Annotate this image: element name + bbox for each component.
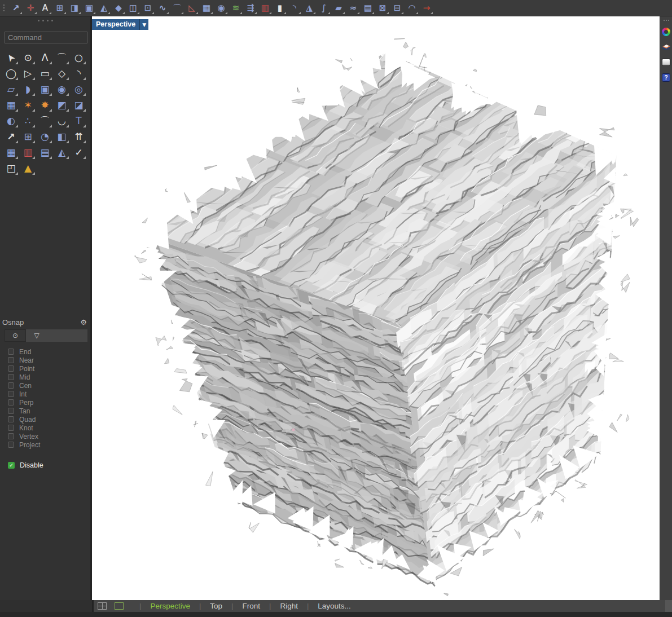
right-strip-grip[interactable] [664, 20, 669, 21]
mesh-cube-model[interactable] [92, 16, 658, 600]
group-icon[interactable]: ⊞ [52, 1, 67, 15]
move-ctrl-points-icon[interactable]: ↗ [8, 1, 23, 15]
gear-icon[interactable]: ⚙ [80, 318, 87, 327]
palette-rectangle-icon[interactable]: ▭ [37, 66, 53, 81]
gumball-icon[interactable]: ✛ [23, 1, 38, 15]
match-srf-icon[interactable]: ≈ [346, 1, 361, 15]
palette-arc-icon[interactable]: ▷ [20, 66, 36, 81]
viewport-tab-perspective[interactable]: Perspective [150, 602, 190, 610]
palette-primitives-icon[interactable]: ◰ [3, 161, 19, 176]
cplane-icon[interactable]: ◺ [185, 1, 199, 15]
osnap-near-checkbox[interactable] [8, 357, 14, 363]
four-view-icon[interactable] [98, 602, 107, 610]
osnap-tan-checkbox[interactable] [8, 408, 14, 414]
palette-pyramid-icon[interactable]: ▲ [20, 161, 36, 176]
palette-copy-icon[interactable]: ⊞ [20, 129, 36, 144]
filter-tab[interactable]: ▽ [26, 329, 47, 342]
contour-icon[interactable]: ≋ [229, 1, 243, 15]
palette-point-cloud-icon[interactable]: ∴ [20, 113, 36, 129]
palette-surface-3pt-icon[interactable]: ▱ [3, 82, 19, 97]
osnap-quad-row[interactable]: Quad [8, 415, 90, 424]
array-polar-icon[interactable]: ◉ [214, 1, 229, 15]
osnap-project-row[interactable]: Project [8, 440, 90, 449]
palette-sphere-icon[interactable]: ◉ [54, 82, 70, 97]
export-selected-icon[interactable]: → [419, 1, 434, 15]
palette-point-icon[interactable]: ⊙ [20, 50, 36, 65]
viewport-title-tab[interactable]: Perspective ▼ [92, 19, 148, 30]
offset-srf-icon[interactable]: ▤ [361, 1, 375, 15]
osnap-perp-checkbox[interactable] [8, 399, 14, 406]
drape-icon[interactable]: ◠ [405, 1, 419, 15]
help-icon[interactable]: ? [662, 73, 671, 82]
palette-offset-icon[interactable]: ▤ [37, 145, 53, 160]
patch-icon[interactable]: ◮ [302, 1, 317, 15]
mirror-icon[interactable]: ◭ [96, 1, 111, 15]
layers-icon[interactable] [662, 42, 671, 51]
osnap-vertex-checkbox[interactable] [8, 433, 14, 439]
box-icon[interactable]: ▣ [82, 1, 96, 15]
shear-icon[interactable]: ▰ [331, 1, 346, 15]
loft-icon[interactable]: ▮ [273, 1, 287, 15]
palette-curve-interpolate-icon[interactable]: ⌒ [54, 50, 70, 65]
osnap-disable-row[interactable]: ✓ Disable [8, 461, 90, 469]
palette-move-icon[interactable]: ↗ [3, 129, 19, 144]
osnap-near-row[interactable]: Near [8, 356, 90, 364]
curve-points-icon[interactable]: ∿ [155, 1, 170, 15]
array-rect-icon[interactable]: ▦ [199, 1, 214, 15]
osnap-knot-checkbox[interactable] [8, 425, 14, 431]
palette-ellipse-icon[interactable]: ◯ [3, 66, 19, 81]
osnap-end-row[interactable]: End [8, 347, 90, 356]
osnap-quad-checkbox[interactable] [8, 416, 14, 422]
handlebar-editor-icon[interactable]: ⌒ [170, 1, 185, 15]
viewport-tab-top[interactable]: Top [210, 602, 222, 610]
palette-rotate-icon[interactable]: ◔ [37, 129, 53, 144]
palette-circle-icon[interactable]: ○ [71, 50, 87, 65]
annotate-icon[interactable]: A [38, 1, 52, 15]
osnap-point-row[interactable]: Point [8, 364, 90, 373]
osnap-int-row[interactable]: Int [8, 390, 90, 398]
palette-fillet-curve-icon[interactable]: ⌒ [37, 113, 53, 129]
palette-mirror-object-icon[interactable]: ◭ [54, 145, 70, 160]
viewport-perspective[interactable]: Perspective ▼ [92, 16, 660, 600]
palette-trim-icon[interactable]: ◩ [54, 98, 70, 113]
osnap-tan-row[interactable]: Tan [8, 407, 90, 415]
palette-solid-box-icon[interactable]: ▣ [37, 82, 53, 97]
bend-icon[interactable]: ∫ [317, 1, 331, 15]
palette-boolean-icon[interactable]: ◐ [3, 113, 19, 129]
cage-icon[interactable]: ◫ [126, 1, 140, 15]
palette-fillet-corner-icon[interactable]: ◝ [71, 66, 87, 81]
palette-split-isocurve-icon[interactable]: ▥ [20, 145, 36, 160]
viewport-tab-right[interactable]: Right [280, 602, 298, 610]
color-wheel-icon[interactable] [662, 27, 671, 36]
osnap-point-checkbox[interactable] [8, 365, 14, 372]
viewport-tab-front[interactable]: Front [243, 602, 261, 610]
viewport-title[interactable]: Perspective [92, 19, 139, 30]
adjust-blend-icon[interactable]: ◝ [287, 1, 302, 15]
display-icon[interactable] [662, 58, 671, 67]
palette-split-icon[interactable]: ◪ [71, 98, 87, 113]
disable-checkbox[interactable]: ✓ [8, 462, 15, 469]
osnap-tab[interactable]: ⊙ [5, 329, 26, 342]
palette-blend-curve-icon[interactable]: ◡ [54, 113, 70, 129]
single-view-icon[interactable] [115, 602, 124, 610]
osnap-vertex-row[interactable]: Vertex [8, 432, 90, 440]
palette-check-selection-icon[interactable]: ✓ [71, 145, 87, 160]
palette-surface-curved-icon[interactable]: ◗ [20, 82, 36, 97]
flow-along-curve-icon[interactable]: ⇶ [243, 1, 258, 15]
palette-array-icon[interactable]: ▦ [3, 145, 19, 160]
palette-polygon-icon[interactable]: ◇ [54, 66, 70, 81]
edit-points-icon[interactable]: ⊡ [140, 1, 155, 15]
toolbar-grip[interactable] [1, 2, 6, 14]
osnap-mid-row[interactable]: Mid [8, 373, 90, 381]
osnap-perp-row[interactable]: Perp [8, 398, 90, 407]
section-icon[interactable]: ▥ [258, 1, 273, 15]
osnap-end-checkbox[interactable] [8, 349, 14, 355]
palette-select-icon[interactable]: ➤ [3, 50, 19, 65]
palette-explode-icon[interactable]: ✶ [20, 98, 36, 113]
osnap-int-checkbox[interactable] [8, 391, 14, 397]
osnap-cen-checkbox[interactable] [8, 382, 14, 389]
orient-icon[interactable]: ◨ [67, 1, 82, 15]
diamond-srf-icon[interactable]: ◆ [111, 1, 126, 15]
cage-edit-icon[interactable]: ⊠ [375, 1, 390, 15]
extend-srf-icon[interactable]: ⊟ [390, 1, 405, 15]
